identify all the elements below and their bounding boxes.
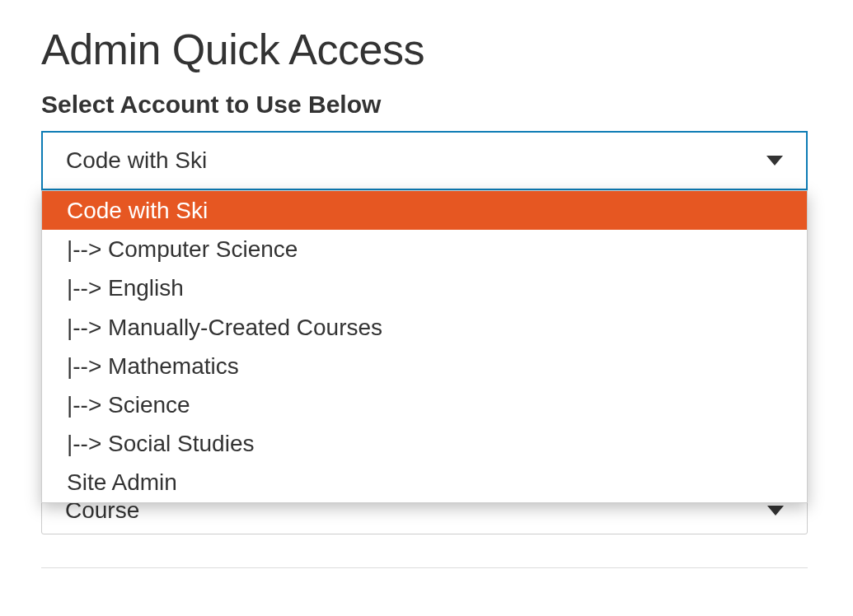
account-option[interactable]: |--> Computer Science [42, 230, 807, 268]
caret-down-icon [767, 506, 784, 516]
account-select[interactable]: Code with Ski [41, 131, 808, 190]
account-option[interactable]: |--> Science [42, 385, 807, 424]
select-account-label: Select Account to Use Below [41, 91, 812, 119]
account-option[interactable]: |--> Mathematics [42, 347, 807, 385]
account-option[interactable]: Code with Ski [42, 191, 807, 230]
account-select-value: Code with Ski [66, 147, 207, 174]
caret-down-icon [766, 156, 783, 166]
account-option[interactable]: |--> Social Studies [42, 424, 807, 463]
account-select-wrapper: Code with Ski Code with Ski|--> Computer… [41, 131, 808, 190]
page-title: Admin Quick Access [41, 25, 812, 74]
account-option[interactable]: |--> Manually-Created Courses [42, 308, 807, 347]
account-option[interactable]: Site Admin [42, 463, 807, 502]
account-option[interactable]: |--> English [42, 268, 807, 307]
divider [41, 567, 808, 568]
account-dropdown-panel: Code with Ski|--> Computer Science|--> E… [41, 190, 808, 503]
